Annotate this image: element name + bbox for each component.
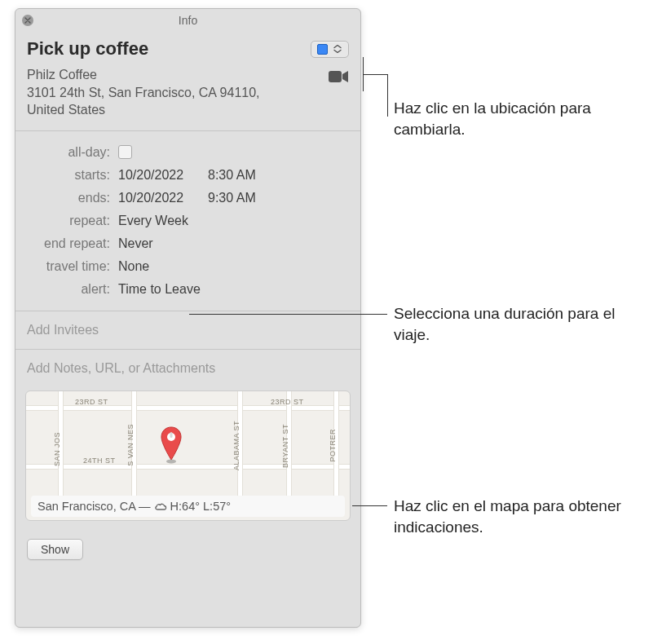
event-title[interactable]: Pick up coffee: [27, 38, 148, 60]
video-call-button[interactable]: [328, 69, 349, 87]
ends-time[interactable]: 9:30 AM: [208, 191, 273, 205]
footer: Show: [15, 531, 360, 568]
weather-lo: L:57°: [203, 500, 231, 513]
event-info-panel: Info Pick up coffee Philz Coffee 3101 24…: [15, 8, 361, 628]
repeat-label: repeat:: [27, 214, 118, 228]
callout-line-location: [363, 74, 387, 75]
starts-date[interactable]: 10/20/2022: [118, 168, 208, 183]
alert-value[interactable]: Time to Leave: [118, 282, 201, 297]
weather-hi: H:64°: [170, 500, 200, 513]
close-icon: [24, 17, 31, 24]
callout-line-travel: [189, 314, 387, 315]
street-alabama: ALABAMA ST: [232, 421, 241, 470]
travel-time-value[interactable]: None: [118, 259, 149, 274]
street-24th: 24TH ST: [83, 457, 116, 465]
callout-line-map: [352, 505, 387, 506]
calendar-color-swatch: [317, 44, 328, 55]
location-map[interactable]: 23RD ST 23RD ST 24TH ST SAN JOS S VAN NE…: [25, 390, 351, 521]
chevron-up-down-icon: [333, 45, 342, 53]
notes-placeholder: Add Notes, URL, or Attachments: [27, 361, 215, 375]
map-section: 23RD ST 23RD ST 24TH ST SAN JOS S VAN NE…: [15, 381, 360, 531]
invitees-placeholder: Add Invitees: [27, 323, 99, 337]
callout-map: Haz clic en el mapa para obtener indicac…: [394, 496, 655, 537]
alert-label: alert:: [27, 282, 118, 297]
end-repeat-value[interactable]: Never: [118, 236, 153, 251]
street-san-jose: SAN JOS: [53, 432, 61, 466]
close-button[interactable]: [22, 15, 33, 26]
add-invitees-field[interactable]: Add Invitees: [15, 311, 360, 350]
show-button[interactable]: Show: [27, 539, 83, 560]
video-camera-icon: [328, 69, 349, 84]
allday-checkbox[interactable]: [118, 145, 132, 159]
ends-label: ends:: [27, 191, 118, 205]
svg-rect-3: [170, 432, 173, 438]
end-repeat-label: end repeat:: [27, 236, 118, 251]
location-name: Philz Coffee: [27, 68, 97, 82]
weather-bar: San Francisco, CA — H:64° L:57°: [31, 496, 345, 517]
event-location[interactable]: Philz Coffee 3101 24th St, San Francisco…: [27, 66, 296, 119]
starts-label: starts:: [27, 168, 118, 183]
add-notes-field[interactable]: Add Notes, URL, or Attachments: [15, 350, 360, 381]
street-potrer: POTRER: [329, 429, 337, 462]
street-bryant: BRYANT ST: [281, 424, 289, 468]
weather-city: San Francisco, CA —: [38, 500, 151, 513]
travel-time-label: travel time:: [27, 259, 118, 274]
event-details: all-day: starts: 10/20/2022 8:30 AM ends…: [15, 131, 360, 311]
svg-rect-0: [329, 71, 342, 82]
street-23rd-b: 23RD ST: [271, 398, 304, 406]
calendar-picker[interactable]: [311, 41, 349, 58]
starts-time[interactable]: 8:30 AM: [208, 168, 273, 183]
street-23rd-a: 23RD ST: [75, 398, 108, 406]
window-title: Info: [179, 14, 197, 27]
cloud-icon: [154, 501, 167, 512]
titlebar: Info: [15, 9, 360, 32]
callout-location: Haz clic en la ubicación para cambiarla.: [394, 98, 655, 139]
map-pin-icon: [159, 426, 183, 468]
repeat-value[interactable]: Every Week: [118, 214, 188, 228]
allday-label: all-day:: [27, 145, 118, 160]
street-s-van-nes: S VAN NES: [126, 424, 135, 466]
ends-date[interactable]: 10/20/2022: [118, 191, 208, 205]
event-header: Pick up coffee Philz Coffee 3101 24th St…: [15, 32, 360, 131]
location-address: 3101 24th St, San Francisco, CA 94110, U…: [27, 86, 260, 117]
callout-travel: Selecciona una duración para el viaje.: [394, 303, 655, 345]
